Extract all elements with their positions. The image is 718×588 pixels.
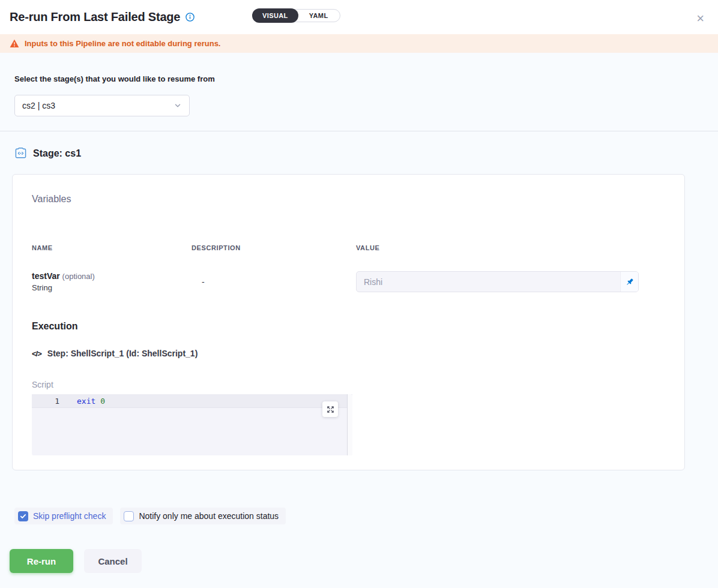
notify-me-label: Notify only me about execution status (139, 511, 279, 521)
step-heading: </> Step: ShellScript_1 (Id: ShellScript… (32, 349, 665, 358)
warning-message: Inputs to this Pipeline are not editable… (25, 39, 220, 48)
column-description: DESCRIPTION (192, 244, 356, 251)
stage-details-card: Variables NAME DESCRIPTION VALUE testVar… (12, 174, 685, 470)
skip-preflight-option[interactable]: Skip preflight check (14, 508, 113, 524)
column-value: VALUE (356, 244, 665, 251)
close-icon[interactable]: × (696, 12, 704, 25)
rerun-button[interactable]: Re-run (10, 549, 73, 573)
warning-icon (10, 39, 19, 48)
toggle-yaml[interactable]: YAML (298, 12, 340, 19)
pin-icon (625, 277, 635, 287)
script-label: Script (32, 380, 665, 389)
page-title: Re-run From Last Failed Stage (10, 10, 180, 24)
code-keyword: exit (77, 397, 95, 406)
skip-preflight-checkbox[interactable] (18, 511, 28, 521)
expand-editor-button[interactable] (322, 401, 338, 417)
stage-select-label: Select the stage(s) that you would like … (14, 74, 704, 83)
variable-description: - (192, 277, 356, 287)
editor-scrollbar[interactable] (347, 394, 352, 455)
action-buttons: Re-run Cancel (10, 549, 718, 573)
skip-preflight-label: Skip preflight check (33, 511, 106, 521)
stage-select-value: cs2 | cs3 (22, 101, 55, 110)
stage-select-dropdown[interactable]: cs2 | cs3 (14, 95, 190, 116)
variable-name-cell: testVar (optional) String (32, 271, 192, 292)
modal-header: Re-run From Last Failed Stage VISUAL YAM… (0, 0, 718, 34)
expand-icon (327, 406, 334, 413)
toggle-visual[interactable]: VISUAL (252, 8, 298, 23)
variable-name: testVar (32, 271, 60, 281)
code-icon: </> (32, 349, 41, 358)
warning-banner: Inputs to this Pipeline are not editable… (0, 34, 718, 53)
code-line: 1 exit 0 (32, 394, 352, 408)
notify-me-option[interactable]: Notify only me about execution status (120, 508, 286, 524)
line-number: 1 (32, 397, 59, 406)
execution-title: Execution (32, 321, 665, 332)
column-name: NAME (32, 244, 192, 251)
table-row: testVar (optional) String - (32, 271, 665, 292)
checkmark-icon (20, 513, 26, 520)
stage-select-section: Select the stage(s) that you would like … (0, 53, 718, 131)
chevron-down-icon (173, 101, 182, 110)
notify-me-checkbox[interactable] (124, 511, 134, 521)
variable-value-input[interactable] (357, 272, 620, 292)
variables-title: Variables (32, 194, 665, 205)
code-value: 0 (100, 397, 105, 406)
script-code-editor[interactable]: 1 exit 0 (32, 394, 352, 455)
variable-optional-note: (optional) (62, 272, 95, 281)
step-label: Step: ShellScript_1 (Id: ShellScript_1) (47, 349, 198, 358)
variable-value-field (356, 271, 639, 292)
variables-table-header: NAME DESCRIPTION VALUE (32, 244, 665, 251)
run-options: Skip preflight check Notify only me abou… (14, 508, 718, 524)
cancel-button[interactable]: Cancel (84, 549, 142, 573)
visual-yaml-toggle: VISUAL YAML (252, 9, 340, 22)
stage-heading: Stage: cs1 (14, 147, 718, 160)
stage-heading-label: Stage: cs1 (33, 148, 81, 159)
stage-section: Stage: cs1 Variables NAME DESCRIPTION VA… (0, 131, 718, 573)
stage-icon (14, 147, 27, 160)
pin-button[interactable] (620, 272, 638, 292)
info-icon[interactable] (186, 13, 195, 22)
variable-type: String (32, 283, 192, 292)
